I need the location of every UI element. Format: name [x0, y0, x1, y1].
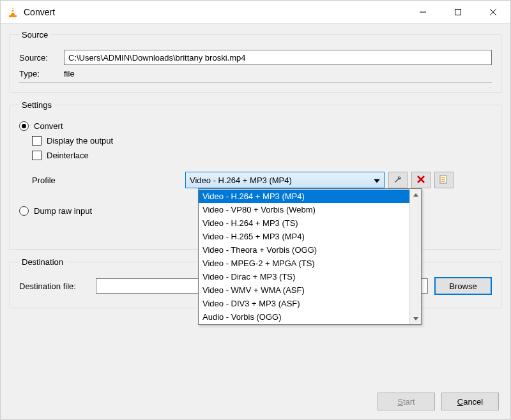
deinterlace-checkbox[interactable]: Deinterlace [32, 151, 492, 160]
dialog-buttons: Start Cancel [378, 393, 499, 410]
titlebar: Convert [1, 1, 510, 24]
chevron-down-icon [374, 176, 380, 185]
type-label: Type: [19, 69, 64, 79]
profile-option[interactable]: Video - H.264 + MP3 (TS) [199, 216, 409, 230]
delete-x-icon [416, 175, 425, 186]
checkbox-icon [32, 151, 42, 160]
minimize-button[interactable] [405, 1, 440, 24]
source-legend: Source [19, 30, 50, 40]
convert-radio[interactable]: Convert [19, 121, 492, 131]
scroll-down-arrow[interactable] [410, 313, 421, 324]
display-output-label: Display the output [47, 136, 113, 146]
delete-profile-button[interactable] [411, 172, 431, 188]
radio-icon [19, 206, 29, 216]
convert-window: Convert Source Source: Type: file [0, 0, 511, 420]
svg-marker-16 [413, 317, 418, 320]
maximize-button[interactable] [440, 1, 475, 24]
close-button[interactable] [475, 1, 510, 24]
profile-label: Profile [32, 176, 185, 185]
profile-option[interactable]: Video - MPEG-2 + MPGA (TS) [199, 257, 409, 270]
checkbox-icon [32, 136, 42, 146]
display-output-checkbox[interactable]: Display the output [32, 136, 492, 146]
profile-row: Profile Video - H.264 + MP3 (MP4) [32, 172, 492, 188]
profile-selected-text: Video - H.264 + MP3 (MP4) [190, 176, 292, 185]
radio-icon [19, 121, 29, 131]
source-input[interactable] [64, 50, 492, 65]
window-controls [405, 1, 510, 24]
wrench-icon [393, 174, 403, 186]
profile-option[interactable]: Audio - Vorbis (OGG) [199, 310, 409, 324]
vlc-cone-icon [7, 6, 19, 18]
destination-legend: Destination [19, 257, 66, 267]
dialog-content: Source Source: Type: file Settings Conve… [1, 24, 510, 325]
start-button-label: Start [397, 397, 415, 407]
svg-rect-1 [11, 9, 14, 10]
browse-button-label: Browse [449, 281, 477, 291]
profile-option[interactable]: Video - H.265 + MP3 (MP4) [199, 230, 409, 243]
svg-marker-0 [11, 7, 15, 15]
dropdown-scrollbar[interactable] [409, 189, 421, 324]
svg-rect-2 [11, 11, 15, 13]
settings-legend: Settings [19, 100, 54, 110]
svg-marker-15 [413, 193, 418, 197]
edit-profile-button[interactable] [388, 172, 408, 188]
deinterlace-label: Deinterlace [47, 151, 89, 160]
profile-option[interactable]: Video - WMV + WMA (ASF) [199, 283, 409, 297]
cancel-button-label: Cancel [457, 397, 483, 407]
new-profile-icon [439, 174, 449, 186]
cancel-button[interactable]: Cancel [441, 393, 499, 410]
profile-option[interactable]: Video - H.264 + MP3 (MP4) [199, 190, 409, 203]
start-button[interactable]: Start [378, 393, 435, 410]
profile-option[interactable]: Video - Theora + Vorbis (OGG) [199, 243, 409, 257]
source-label: Source: [19, 53, 64, 63]
destination-file-label: Destination file: [19, 281, 96, 291]
svg-marker-8 [374, 179, 380, 183]
svg-rect-5 [455, 9, 461, 15]
dump-raw-label: Dump raw input [34, 206, 92, 216]
source-divider [19, 82, 492, 83]
profile-option[interactable]: Video - DIV3 + MP3 (ASF) [199, 297, 409, 310]
type-value: file [64, 69, 75, 79]
scroll-up-arrow[interactable] [410, 189, 421, 200]
new-profile-button[interactable] [434, 172, 454, 188]
profile-option[interactable]: Video - VP80 + Vorbis (Webm) [199, 203, 409, 216]
source-group: Source Source: Type: file [10, 30, 501, 93]
profile-combobox[interactable]: Video - H.264 + MP3 (MP4) [185, 172, 385, 188]
browse-button[interactable]: Browse [434, 277, 492, 295]
window-title: Convert [24, 7, 405, 17]
svg-rect-3 [9, 15, 17, 17]
convert-radio-label: Convert [34, 121, 63, 131]
settings-group: Settings Convert Display the output Dein… [10, 100, 501, 250]
profile-option[interactable]: Video - Dirac + MP3 (TS) [199, 270, 409, 283]
profile-dropdown-list: Video - H.264 + MP3 (MP4)Video - VP80 + … [198, 188, 422, 325]
